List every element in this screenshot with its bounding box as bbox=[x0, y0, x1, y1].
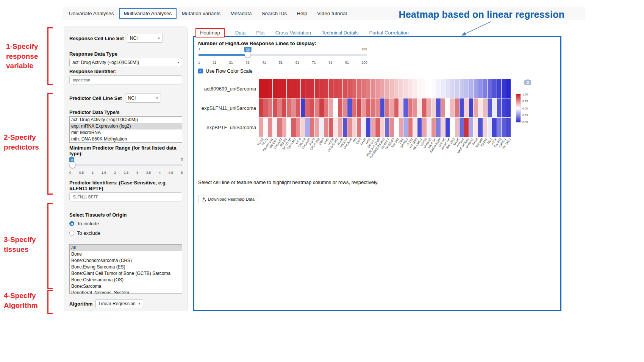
heatmap-cell[interactable] bbox=[371, 98, 375, 117]
heatmap-cell[interactable] bbox=[399, 98, 403, 117]
tissue-include-option[interactable]: To include bbox=[69, 220, 182, 227]
slider-track[interactable] bbox=[70, 164, 183, 166]
heatmap-cell[interactable] bbox=[277, 79, 281, 98]
heatmap-cell[interactable] bbox=[287, 98, 291, 117]
nav-tab-multivariate-analyses[interactable]: Multivariate Analyses bbox=[119, 8, 177, 19]
heatmap-cell[interactable] bbox=[483, 98, 487, 117]
heatmap-cell[interactable] bbox=[338, 98, 342, 117]
heatmap-cell[interactable] bbox=[380, 118, 385, 137]
heatmap-cell[interactable] bbox=[455, 118, 459, 137]
response-identifier-input[interactable]: topotecan bbox=[69, 75, 182, 84]
heatmap-cell[interactable] bbox=[431, 98, 436, 117]
heatmap-cell[interactable] bbox=[399, 118, 403, 137]
heatmap-cell[interactable] bbox=[445, 98, 450, 117]
heatmap-cell[interactable] bbox=[408, 79, 413, 98]
heatmap-cell[interactable] bbox=[268, 118, 272, 137]
heatmap-cell[interactable] bbox=[385, 79, 389, 98]
heatmap-cell[interactable] bbox=[296, 79, 300, 98]
heatmap-cell[interactable] bbox=[268, 98, 272, 117]
heatmap-cell[interactable] bbox=[450, 79, 454, 98]
slider-handle[interactable] bbox=[69, 162, 76, 168]
heatmap-cell[interactable] bbox=[301, 118, 305, 137]
heatmap-cell[interactable] bbox=[455, 98, 459, 117]
heatmap-cell[interactable] bbox=[445, 118, 450, 137]
heatmap-cell[interactable] bbox=[422, 98, 426, 117]
heatmap-cell[interactable] bbox=[310, 118, 314, 137]
heatmap-cell[interactable] bbox=[347, 118, 352, 137]
heatmap-cell[interactable] bbox=[417, 98, 422, 117]
heatmap-cell[interactable] bbox=[268, 79, 272, 98]
listbox-option[interactable]: Bone:Giant Cell Tumor of Bone (GCTB) Sar… bbox=[70, 270, 182, 277]
heatmap-cell[interactable] bbox=[263, 79, 267, 98]
heatmap-cell[interactable] bbox=[441, 79, 445, 98]
heatmap-cell[interactable] bbox=[352, 118, 356, 137]
slider-handle[interactable] bbox=[244, 51, 251, 58]
heatmap-cell[interactable] bbox=[413, 118, 417, 137]
heatmap-cell[interactable] bbox=[361, 79, 366, 98]
nav-tab-univariate-analyses[interactable]: Univariate Analyses bbox=[64, 8, 119, 19]
heatmap-cell[interactable] bbox=[343, 79, 347, 98]
heatmap-cell[interactable] bbox=[385, 98, 389, 117]
heatmap-cell[interactable] bbox=[324, 98, 328, 117]
heatmap-cell[interactable] bbox=[343, 98, 347, 117]
heatmap-cell[interactable] bbox=[357, 79, 361, 98]
heatmap-cell[interactable] bbox=[380, 79, 385, 98]
heatmap-cell[interactable] bbox=[366, 79, 370, 98]
heatmap-cell[interactable] bbox=[408, 118, 413, 137]
heatmap-row-label[interactable]: act609699_uniSarcoma bbox=[198, 79, 259, 98]
heatmap-cell[interactable] bbox=[324, 79, 328, 98]
heatmap-cell[interactable] bbox=[296, 98, 300, 117]
heatmap-cell[interactable] bbox=[310, 98, 314, 117]
heatmap-cell[interactable] bbox=[389, 98, 394, 117]
heatmap-cell[interactable] bbox=[347, 98, 352, 117]
heatmap-cell[interactable] bbox=[282, 118, 286, 137]
heatmap-cell[interactable] bbox=[333, 98, 338, 117]
heatmap-cell[interactable] bbox=[399, 79, 403, 98]
camera-icon[interactable] bbox=[524, 79, 531, 86]
heatmap-cell[interactable] bbox=[305, 79, 309, 98]
heatmap-cell[interactable] bbox=[310, 79, 314, 98]
listbox-option[interactable]: exp: mRNA Expression (log2) bbox=[70, 123, 182, 130]
heatmap-cell[interactable] bbox=[259, 118, 263, 137]
heatmap-cell[interactable] bbox=[436, 98, 440, 117]
heatmap-cell[interactable] bbox=[422, 118, 426, 137]
heatmap-cell[interactable] bbox=[502, 79, 506, 98]
heatmap-cell[interactable] bbox=[338, 118, 342, 137]
heatmap-cell[interactable] bbox=[315, 79, 319, 98]
response-data-type-select[interactable]: act: Drug Activity (-log10[IC50M]) ▾ bbox=[69, 58, 182, 67]
predictor-identifiers-input[interactable]: SLFN11 BPTF bbox=[69, 192, 182, 201]
heatmap-cell[interactable] bbox=[375, 79, 380, 98]
heatmap-cell[interactable] bbox=[385, 118, 389, 137]
heatmap-cell[interactable] bbox=[352, 79, 356, 98]
heatmap-cell[interactable] bbox=[417, 118, 422, 137]
heatmap-cell[interactable] bbox=[488, 79, 492, 98]
heatmap-cell[interactable] bbox=[329, 118, 333, 137]
heatmap-cell[interactable] bbox=[464, 98, 468, 117]
row-color-scale-checkbox[interactable]: ✓ bbox=[198, 69, 203, 73]
heatmap-cell[interactable] bbox=[497, 79, 501, 98]
heatmap-cell[interactable] bbox=[460, 118, 464, 137]
heatmap-cell[interactable] bbox=[291, 79, 295, 98]
heatmap-cell[interactable] bbox=[469, 118, 473, 137]
heatmap-cell[interactable] bbox=[287, 118, 291, 137]
heatmap-cell[interactable] bbox=[375, 98, 380, 117]
listbox-option[interactable]: Bone:Osteosarcoma (OS) bbox=[70, 277, 182, 283]
heatmap-cell[interactable] bbox=[338, 79, 342, 98]
heatmap-cell[interactable] bbox=[273, 98, 277, 117]
heatmap-cell[interactable] bbox=[301, 98, 305, 117]
heatmap-cell[interactable] bbox=[389, 118, 394, 137]
heatmap-cell[interactable] bbox=[408, 98, 413, 117]
heatmap-cell[interactable] bbox=[347, 79, 352, 98]
radio-include-icon[interactable] bbox=[69, 221, 74, 226]
nav-tab-mutation-variants[interactable]: Mutation variants bbox=[177, 8, 225, 19]
tissue-exclude-option[interactable]: To exclude bbox=[69, 229, 182, 237]
heatmap-cell[interactable] bbox=[357, 118, 361, 137]
heatmap-cell[interactable] bbox=[441, 98, 445, 117]
heatmap-cell[interactable] bbox=[319, 79, 324, 98]
heatmap-cell[interactable] bbox=[333, 118, 338, 137]
heatmap-cell[interactable] bbox=[441, 118, 445, 137]
heatmap-cell[interactable] bbox=[422, 79, 426, 98]
heatmap-cell[interactable] bbox=[506, 118, 510, 137]
listbox-option[interactable]: act: Drug Activity (-log10[IC50M]) bbox=[70, 117, 182, 123]
heatmap-cell[interactable] bbox=[403, 118, 408, 137]
